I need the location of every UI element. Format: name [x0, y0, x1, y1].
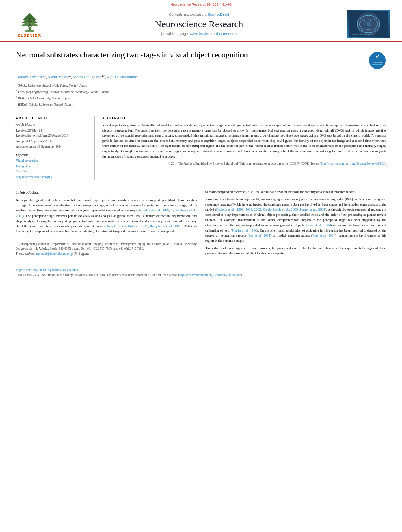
- body-right-column: to more complicated processes is still v…: [205, 189, 386, 259]
- ref-humphreys1999b[interactable]: Humphreys et al., 1999: [150, 224, 181, 228]
- keywords-section: Keywords: Visual perception Recognition …: [16, 153, 88, 180]
- keyword-semantic[interactable]: Semantic: [16, 169, 88, 174]
- cc-license-link[interactable]: http://creativecommons.org/licenses/by-n…: [321, 162, 384, 165]
- affiliations: a Tohoku University School of Medicine, …: [16, 82, 386, 107]
- author-miura[interactable]: Naoki Miura: [48, 75, 68, 79]
- email-link[interactable]: motaaki@idac.tohoku.ac.jp: [36, 252, 73, 256]
- keyword-mri[interactable]: Magnetic resonance imaging: [16, 174, 88, 180]
- affil-a: a Tohoku University School of Medicine, …: [16, 82, 386, 88]
- bottom-license: 0168-0102/© 2014 The Authors. Published …: [16, 273, 386, 278]
- article-title: Neuronal substrates characterizing two s…: [16, 50, 368, 60]
- article-info-column: ARTICLE INFO Article history: Received 2…: [16, 116, 95, 180]
- svg-rect-17: [372, 64, 382, 65]
- svg-text:NEUROSCIENCE RESEARCH: NEUROSCIENCE RESEARCH: [352, 33, 374, 35]
- ref-pins2004[interactable]: Pins et al., 2004: [313, 234, 335, 237]
- ref-bar2001[interactable]: Bar et al., 2001: [248, 234, 270, 237]
- abstract-header: ABSTRACT: [102, 116, 386, 120]
- journal-reference: Neuroscience Research 89 (2014) 61–68: [170, 2, 231, 6]
- intro-para3: Based on the classic two-stage model, ne…: [205, 197, 386, 244]
- journal-title-center: Contents lists available at ScienceDirec…: [51, 13, 347, 36]
- ref-opdebeeck2000[interactable]: Op de Beeck et al., 2000: [16, 208, 197, 217]
- elsevier-text: ELSEVIER: [18, 33, 42, 37]
- introduction-title: 1. Introduction: [16, 189, 197, 196]
- contents-line: Contents lists available at ScienceDirec…: [51, 13, 347, 17]
- article-title-section: Neuronal substrates characterizing two s…: [16, 50, 386, 69]
- ref-humphreys1999[interactable]: Humphreys et al., 1999: [138, 208, 169, 212]
- copyright-text: © 2014 The Authors. Published by Elsevie…: [168, 162, 386, 165]
- section-label: Introduction: [20, 190, 39, 195]
- author-taminato[interactable]: Tomoya Taminato: [16, 75, 45, 79]
- intro-para2: to more complicated processes is still v…: [205, 189, 386, 195]
- journal-reference-bar: Neuroscience Research 89 (2014) 61–68: [0, 0, 402, 7]
- ref-shen1999[interactable]: Shen et al., 1999: [307, 223, 331, 227]
- footnote-email: E-mail address: motaaki@idac.tohoku.ac.j…: [16, 251, 197, 256]
- footnote-text: * Corresponding author at: Department of…: [16, 241, 197, 251]
- intro-para4: The validity of these arguments may, how…: [205, 246, 386, 256]
- ref-humphreys1987[interactable]: Humphreys and Riddoch, 1987: [106, 224, 148, 228]
- doi-bar: http://dx.doi.org/10.1016/j.neures.2014.…: [0, 265, 402, 279]
- ref-opdebeeck2000b[interactable]: Op de Beeck et al., 2000: [263, 208, 298, 211]
- authors-line: Tomoya Taminatoa, Naoki Miurab,c, Motoak…: [16, 74, 386, 80]
- abstract-paragraph: Visual object recognition is classically…: [102, 123, 386, 159]
- journal-homepage: journal homepage: www.elsevier.com/locat…: [51, 32, 347, 36]
- elsevier-logo: ELSEVIER: [8, 10, 51, 38]
- doi-link[interactable]: http://dx.doi.org/10.1016/j.neures.2014.…: [16, 268, 386, 272]
- page-wrapper: Neuroscience Research 89 (2014) 61–68: [0, 0, 402, 532]
- svg-point-5: [28, 17, 31, 20]
- brain-scan-icon: NEUROSCIENCE RESEARCH: [349, 11, 388, 37]
- bottom-cc-link[interactable]: http://creativecommons.org/licenses/by-n…: [179, 273, 241, 277]
- svg-rect-1: [25, 30, 34, 32]
- journal-name: Neuroscience Research: [51, 19, 347, 30]
- sciencedirect-link[interactable]: ScienceDirect: [208, 13, 229, 17]
- affil-c: c IDAC, Tohoku University, Sendai, Japan: [16, 95, 386, 101]
- affil-d: d IRIDeS, Tohoku University, Sendai, Jap…: [16, 101, 386, 107]
- received-date: Received 27 May 2014: [16, 128, 88, 133]
- author-sugiura[interactable]: Motoaki Sugiura: [73, 75, 100, 79]
- article-info-header: ARTICLE INFO: [16, 116, 88, 120]
- article-content: Neuronal substrates characterizing two s…: [0, 42, 402, 263]
- keyword-visual-perception[interactable]: Visual perception: [16, 158, 88, 164]
- history-label: Article history:: [16, 123, 88, 126]
- article-info-abstract: ARTICLE INFO Article history: Received 2…: [16, 116, 386, 180]
- intro-para1: Neuropsychological studies have indicate…: [16, 198, 197, 234]
- homepage-link[interactable]: www.elsevier.com/locate/neures: [190, 32, 237, 36]
- accepted-date: Accepted 1 September 2014: [16, 139, 88, 144]
- available-date: Available online 13 September 2014: [16, 144, 88, 150]
- svg-point-11: [357, 15, 380, 33]
- main-divider: [16, 185, 386, 185]
- section-number: 1.: [16, 190, 19, 195]
- svg-text:CrossMark: CrossMark: [372, 61, 383, 64]
- abstract-column: ABSTRACT Visual object recognition is cl…: [102, 116, 386, 180]
- ref-martin1996[interactable]: Martin et al., 1996: [232, 228, 257, 232]
- ref-pernet2004[interactable]: Pernet et al., 2004: [300, 208, 325, 211]
- svg-point-12: [367, 22, 370, 26]
- header-divider: [16, 112, 386, 112]
- copyright-line: © 2014 The Authors. Published by Elsevie…: [102, 161, 386, 166]
- crossmark-badge: ✓ CrossMark: [368, 52, 386, 69]
- keyword-recognition[interactable]: Recognition: [16, 164, 88, 169]
- journal-cover-image: NEUROSCIENCE RESEARCH: [347, 10, 390, 38]
- body-left-column: 1. Introduction Neuropsychological studi…: [16, 189, 197, 259]
- journal-header: ELSEVIER Contents lists available at Sci…: [0, 7, 402, 42]
- license-text: 0168-0102/© 2014 The Authors. Published …: [16, 273, 243, 277]
- footnote-area: * Corresponding author at: Department of…: [16, 238, 197, 256]
- elsevier-tree-icon: [15, 11, 45, 33]
- body-content: 1. Introduction Neuropsychological studi…: [16, 189, 386, 259]
- abstract-text: Visual object recognition is classically…: [102, 123, 386, 167]
- revised-date: Received in revised form 25 August 2014: [16, 133, 88, 139]
- keywords-list: Visual perception Recognition Semantic M…: [16, 158, 88, 180]
- svg-text:✓: ✓: [375, 53, 380, 59]
- ref-gerlach1999[interactable]: Gerlach et al., 1999, 2000, 2002: [216, 208, 261, 211]
- svg-rect-0: [28, 26, 31, 30]
- keywords-label: Keywords:: [16, 153, 88, 157]
- article-dates: Received 27 May 2014 Received in revised…: [16, 128, 88, 149]
- author-kawashima[interactable]: Ryuta Kawashima: [107, 75, 136, 79]
- affil-b: b Faculty of Engineering, Tohoku Institu…: [16, 89, 386, 95]
